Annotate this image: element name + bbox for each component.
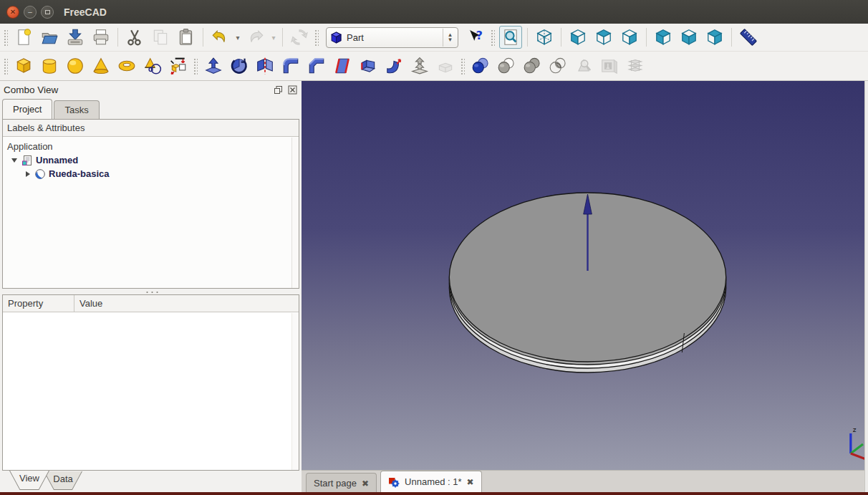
dropdown-caret-icon	[269, 27, 279, 48]
union-button[interactable]	[521, 54, 544, 77]
box-button[interactable]	[12, 54, 35, 77]
ruled-surface-button[interactable]	[331, 54, 354, 77]
tree-root-application[interactable]: Application	[3, 140, 291, 153]
view-bottom-button[interactable]	[677, 26, 700, 49]
freecad-window: ✕ – FreeCAD Part? Combo View Project Tas…	[0, 0, 868, 495]
boolean-button[interactable]	[469, 54, 492, 77]
wheel-model: z Y X	[302, 81, 868, 470]
toolbar-grip[interactable]	[3, 29, 8, 46]
combo-spinner-icon[interactable]	[443, 29, 457, 47]
union-icon	[523, 57, 541, 75]
toolbar-grip[interactable]	[193, 57, 198, 75]
tab-tasks[interactable]: Tasks	[54, 100, 99, 119]
view-left-button[interactable]	[703, 26, 726, 49]
shape-builder-icon	[169, 57, 188, 75]
thickness-button	[434, 54, 457, 77]
toolbar-separator	[561, 28, 561, 47]
measure-distance-button[interactable]	[737, 26, 760, 49]
expander-open-icon[interactable]	[11, 158, 17, 163]
view-front-button[interactable]	[566, 26, 589, 49]
extrude-button[interactable]	[202, 54, 225, 77]
cut-icon	[125, 28, 144, 47]
toolbar-grip[interactable]	[460, 57, 465, 75]
loft-button[interactable]	[357, 54, 380, 77]
tab-view[interactable]: View	[9, 471, 49, 490]
toolbar-part	[0, 52, 868, 81]
expander-closed-icon[interactable]	[26, 171, 30, 177]
window-maximize-icon[interactable]	[41, 6, 54, 19]
toolbar-grip[interactable]	[3, 57, 8, 75]
save-button[interactable]	[64, 26, 87, 49]
document-icon	[21, 155, 33, 166]
close-tab-icon[interactable]	[467, 476, 474, 487]
tree-scrollbar[interactable]	[291, 138, 299, 288]
print-icon	[92, 28, 110, 47]
toolbar-grip[interactable]	[490, 29, 495, 46]
open-folder-icon	[40, 28, 59, 47]
cone-button[interactable]	[90, 54, 112, 77]
tree-item-rueda-basica[interactable]: Rueda-basica	[3, 167, 291, 181]
undo-button[interactable]	[208, 26, 231, 49]
tab-unnamed-document[interactable]: Unnamed : 1*	[380, 471, 482, 492]
intersection-button[interactable]	[546, 54, 569, 77]
close-tab-icon[interactable]	[362, 478, 369, 489]
toolbar-grip[interactable]	[314, 29, 319, 46]
chamfer-button[interactable]	[305, 54, 328, 77]
freecad-logo-icon	[388, 476, 400, 488]
tree-item-unnamed[interactable]: Unnamed	[3, 153, 291, 167]
view-top-button[interactable]	[592, 26, 615, 49]
redo-icon	[246, 28, 265, 47]
column-value[interactable]: Value	[74, 295, 299, 312]
workbench-selector[interactable]: Part	[326, 27, 458, 48]
torus-button[interactable]	[115, 54, 138, 77]
cut-button[interactable]	[123, 26, 146, 49]
tab-start-page[interactable]: Start page	[306, 473, 377, 492]
cross-sections-button	[624, 54, 647, 77]
part-cube-icon	[330, 32, 342, 44]
sphere-button[interactable]	[64, 54, 87, 77]
check-geometry-button	[572, 54, 595, 77]
revolve-button[interactable]	[228, 54, 251, 77]
paste-icon	[177, 28, 196, 47]
3d-viewport: z Y X Start page	[302, 81, 868, 492]
window-bottom-edge	[0, 492, 868, 495]
view-axonometric-button[interactable]	[533, 26, 556, 49]
view-rear-button[interactable]	[652, 26, 675, 49]
cut-boolean-icon	[497, 57, 516, 75]
tab-project[interactable]: Project	[2, 99, 52, 119]
offset-button[interactable]	[408, 54, 431, 77]
cylinder-button[interactable]	[38, 54, 61, 77]
window-minimize-icon[interactable]: –	[24, 6, 37, 19]
whats-this-button[interactable]: ?	[464, 26, 487, 49]
fillet-button[interactable]	[279, 54, 302, 77]
new-file-button[interactable]	[12, 26, 35, 49]
dock-header: Combo View	[0, 81, 302, 99]
shape-builder-button[interactable]	[167, 54, 190, 77]
cut-boolean-button[interactable]	[495, 54, 518, 77]
dock-float-icon[interactable]	[272, 85, 284, 96]
dropdown-caret-icon[interactable]	[233, 27, 243, 48]
print-button[interactable]	[90, 26, 112, 49]
view-rear-icon	[654, 28, 672, 47]
combo-view-dock: Combo View Project Tasks Labels & Attrib…	[0, 81, 302, 492]
window-close-icon[interactable]: ✕	[6, 6, 19, 19]
property-scrollbar[interactable]	[291, 313, 299, 470]
dock-title: Combo View	[4, 85, 269, 95]
model-tree: Application Unnamed	[3, 138, 291, 288]
property-table-header: Property Value	[3, 295, 299, 312]
view-front-icon	[569, 28, 587, 47]
dock-close-icon[interactable]	[286, 85, 298, 96]
tab-data[interactable]: Data	[44, 471, 82, 490]
column-property[interactable]: Property	[3, 295, 74, 312]
fit-all-icon	[501, 28, 520, 47]
mirror-button[interactable]	[254, 54, 276, 77]
dock-splitter-handle[interactable]	[2, 289, 299, 294]
primitives-button[interactable]	[141, 54, 164, 77]
view-right-button[interactable]	[618, 26, 641, 49]
open-folder-button[interactable]	[38, 26, 61, 49]
fit-all-button[interactable]	[499, 26, 522, 49]
section-icon	[600, 57, 619, 75]
sweep-button[interactable]	[382, 54, 405, 77]
paste-button[interactable]	[175, 26, 198, 49]
3d-scene[interactable]: z Y X	[302, 81, 868, 470]
